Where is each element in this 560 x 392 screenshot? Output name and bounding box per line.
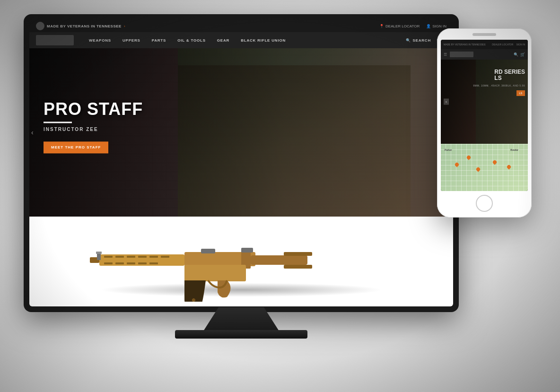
phone-sign-in[interactable]: SIGN IN — [516, 43, 525, 46]
search-button[interactable]: 🔍 SEARCH — [406, 38, 431, 43]
monitor-base — [175, 330, 307, 339]
hero-subtitle: INSTRUCTOR ZEE — [44, 127, 143, 132]
hero-cta-button[interactable]: MEET THE PRO STAFF — [44, 141, 108, 153]
nav-links: WEAPONS UPPERS PARTS OIL & TOOLS GEAR BL… — [83, 38, 406, 43]
phone-search-icon[interactable]: 🔍 — [514, 52, 518, 57]
monitor: MADE BY VETERANS IN TENNESSEE › 📍 DEALER… — [24, 14, 459, 345]
svg-rect-21 — [201, 249, 215, 253]
tagline-arrow: › — [124, 24, 125, 28]
nav-bar: WEAPONS UPPERS PARTS OIL & TOOLS GEAR BL… — [29, 32, 453, 48]
phone-hero-subtitle: 9MM, 10MM, .45ACP, 380BLK, AND 5.56 — [473, 84, 525, 87]
svg-rect-22 — [241, 248, 253, 253]
sign-in-link[interactable]: 👤 SIGN IN — [426, 24, 446, 28]
location-icon: 📍 — [379, 24, 384, 28]
phone: MADE BY VETERANS IN TENNESSEE DEALER LOC… — [437, 28, 532, 218]
nav-parts[interactable]: PARTS — [146, 38, 172, 43]
nav-oil-tools[interactable]: OIL & TOOLS — [172, 38, 211, 43]
phone-hero-title: RD SERIES LS — [494, 69, 525, 81]
top-bar: MADE BY VETERANS IN TENNESSEE › 📍 DEALER… — [29, 20, 453, 32]
nav-weapons[interactable]: WEAPONS — [83, 38, 117, 43]
hero-title: PRO STAFF — [44, 101, 143, 118]
phone-speaker — [472, 33, 496, 36]
svg-rect-18 — [251, 255, 307, 265]
phone-nav-right: 🔍 🛒 — [514, 52, 525, 57]
svg-rect-16 — [184, 265, 246, 281]
svg-rect-5 — [127, 256, 135, 258]
svg-rect-12 — [138, 262, 147, 264]
tagline-text: MADE BY VETERANS IN TENNESSEE — [47, 24, 122, 28]
phone-cart-icon[interactable]: 🛒 — [520, 52, 525, 57]
phone-top-bar: MADE BY VETERANS IN TENNESSEE DEALER LOC… — [441, 40, 528, 49]
brand-logo-small — [36, 22, 44, 30]
search-icon: 🔍 — [406, 38, 411, 43]
hamburger-icon[interactable]: ☰ — [444, 52, 447, 57]
svg-rect-19 — [284, 252, 312, 256]
rifle-image: ⊕ — [80, 226, 402, 302]
svg-rect-3 — [104, 256, 113, 258]
top-bar-right: 📍 DEALER LOCATOR 👤 SIGN IN — [379, 24, 446, 28]
svg-text:⊕: ⊕ — [192, 297, 195, 302]
phone-outer: MADE BY VETERANS IN TENNESSEE DEALER LOC… — [437, 28, 532, 218]
monitor-screen: MADE BY VETERANS IN TENNESSEE › 📍 DEALER… — [29, 20, 453, 306]
monitor-outer: MADE BY VETERANS IN TENNESSEE › 📍 DEALER… — [24, 14, 459, 312]
svg-rect-9 — [104, 262, 113, 264]
scene: MADE BY VETERANS IN TENNESSEE › 📍 DEALER… — [0, 0, 560, 392]
hero-section: PRO STAFF INSTRUCTOR ZEE MEET THE PRO ST… — [29, 48, 453, 217]
hero-content: PRO STAFF INSTRUCTOR ZEE MEET THE PRO ST… — [44, 101, 143, 153]
svg-rect-13 — [149, 262, 158, 264]
svg-rect-10 — [115, 262, 124, 264]
svg-rect-4 — [115, 256, 124, 258]
phone-map: Parker Bowler — [441, 144, 528, 191]
phone-hero-prev[interactable]: ‹ — [444, 99, 449, 105]
svg-rect-24 — [96, 252, 102, 254]
dealer-locator[interactable]: 📍 DEALER LOCATOR — [379, 24, 420, 28]
phone-dealer-locator[interactable]: DEALER LOCATOR — [492, 43, 513, 46]
nav-black-rifle-union[interactable]: BLACK RIFLE UNION — [235, 38, 291, 43]
nav-gear[interactable]: GEAR — [211, 38, 235, 43]
svg-rect-8 — [161, 256, 169, 258]
phone-hero-cta[interactable]: LS — [516, 90, 525, 96]
hero-divider — [44, 122, 72, 123]
svg-rect-6 — [138, 256, 147, 258]
phone-hero: ‹ RD SERIES LS 9MM, 10MM, .45ACP, 380BLK… — [441, 60, 528, 144]
svg-rect-20 — [284, 265, 312, 269]
phone-tagline: MADE BY VETERANS IN TENNESSEE — [444, 43, 486, 46]
rifle-section: ⊕ — [29, 217, 453, 306]
svg-rect-11 — [127, 262, 135, 264]
svg-rect-7 — [149, 256, 158, 258]
phone-site-logo[interactable] — [450, 52, 473, 57]
user-icon: 👤 — [426, 24, 431, 28]
phone-nav: ☰ 🔍 🛒 — [441, 49, 528, 60]
phone-home-button[interactable] — [476, 195, 493, 212]
phone-screen: MADE BY VETERANS IN TENNESSEE DEALER LOC… — [441, 40, 528, 191]
hero-prev-button[interactable]: ‹ — [31, 129, 34, 136]
top-bar-left: MADE BY VETERANS IN TENNESSEE › — [36, 22, 125, 30]
nav-uppers[interactable]: UPPERS — [117, 38, 146, 43]
website: MADE BY VETERANS IN TENNESSEE › 📍 DEALER… — [29, 20, 453, 306]
site-logo[interactable] — [36, 35, 74, 45]
